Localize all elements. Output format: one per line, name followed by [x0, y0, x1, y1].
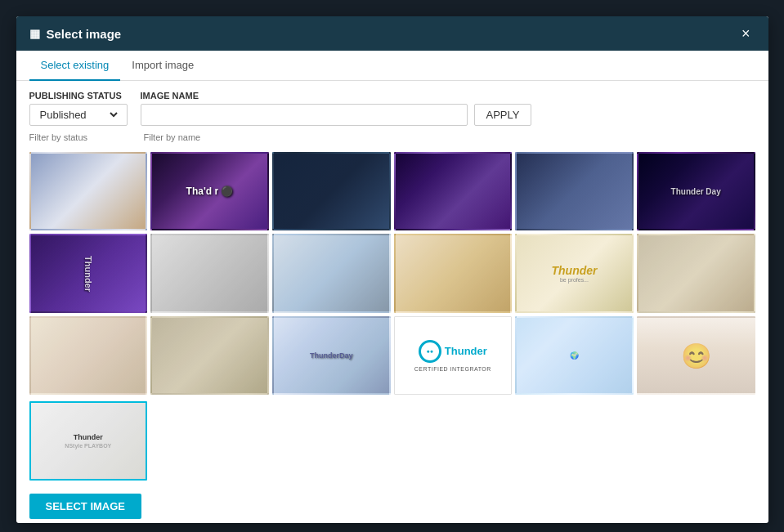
image-item[interactable]: [272, 152, 391, 230]
image-item[interactable]: [150, 234, 269, 312]
filter-hints: Filter by status Filter by name: [16, 131, 768, 149]
filters-row: PUBLISHING STATUS Published Draft Unpubl…: [16, 81, 768, 131]
image-item[interactable]: Thunder: [29, 234, 148, 312]
image-name-input[interactable]: [141, 104, 468, 126]
image-name-label: IMAGE NAME: [141, 91, 532, 101]
modal-close-button[interactable]: ×: [737, 25, 755, 42]
image-item-selected[interactable]: ThunderNStyle PLAYBOY: [29, 401, 148, 480]
image-item[interactable]: [637, 234, 755, 312]
modal-header: Select image ×: [16, 16, 768, 51]
image-item[interactable]: [150, 316, 269, 395]
image-name-filter: IMAGE NAME APPLY: [141, 91, 532, 126]
image-item[interactable]: [515, 152, 634, 230]
image-item[interactable]: ThunderDay: [272, 316, 391, 395]
modal-body: Tha'd r ⚫ Thunder Day: [16, 149, 768, 523]
select-image-button[interactable]: SELECT IMAGE: [29, 494, 142, 519]
filter-by-name-hint: Filter by name: [144, 132, 258, 142]
image-item[interactable]: [394, 152, 513, 230]
select-button-wrapper: SELECT IMAGE: [16, 484, 768, 523]
last-image-row: ThunderNStyle PLAYBOY: [16, 398, 768, 483]
modal-tabs: Select existing Import image: [16, 51, 768, 81]
modal-overlay: Select image × Select existing Import im…: [0, 0, 784, 532]
publishing-status-filter: PUBLISHING STATUS Published Draft Unpubl…: [29, 91, 128, 126]
modal-title: Select image: [29, 27, 122, 41]
name-input-wrapper: APPLY: [141, 104, 532, 126]
image-item[interactable]: [394, 234, 513, 312]
image-item[interactable]: 🌍: [515, 316, 634, 395]
status-select-wrapper[interactable]: Published Draft Unpublished: [29, 104, 128, 126]
tab-import-image[interactable]: Import image: [120, 51, 205, 81]
image-item[interactable]: ●● Thunder CERTIFIED INTEGRATOR: [394, 316, 513, 395]
image-item[interactable]: [272, 234, 391, 312]
image-grid: Tha'd r ⚫ Thunder Day: [16, 149, 768, 398]
image-item[interactable]: [29, 152, 148, 230]
filter-by-status-hint: Filter by status: [29, 132, 144, 142]
image-item[interactable]: Tha'd r ⚫: [150, 152, 269, 230]
status-select[interactable]: Published Draft Unpublished: [37, 108, 120, 122]
publishing-status-label: PUBLISHING STATUS: [29, 91, 128, 101]
image-item[interactable]: 😊: [637, 316, 755, 395]
image-item[interactable]: [29, 316, 148, 395]
apply-button[interactable]: APPLY: [474, 104, 532, 126]
image-item[interactable]: Thunder Day: [637, 152, 755, 230]
select-image-modal: Select image × Select existing Import im…: [16, 16, 768, 523]
image-item[interactable]: Thunder be profes...: [515, 234, 634, 312]
tab-select-existing[interactable]: Select existing: [29, 51, 121, 81]
